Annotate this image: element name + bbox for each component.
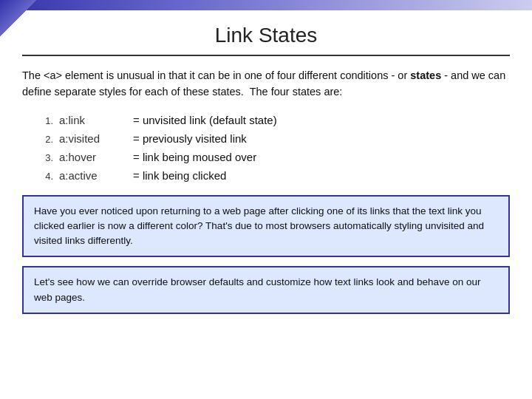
list-number-2: 2. [37,134,53,145]
list-term-4: a:active [59,169,133,182]
list-definition-3: = link being moused over [133,151,256,163]
list-item: 1. a:link = unvisited link (default stat… [37,114,510,126]
info-box-2-text: Let's see how we can override browser de… [34,276,480,302]
corner-decoration [0,0,37,37]
list-item: 3. a:hover = link being moused over [37,151,510,163]
list-item: 4. a:active = link being clicked [37,169,510,182]
top-bar [0,0,532,10]
info-box-2: Let's see how we can override browser de… [22,266,510,314]
intro-text: The <a> element is unusual in that it ca… [22,68,510,100]
list-definition-4: = link being clicked [133,169,226,182]
list-term-3: a:hover [59,151,133,163]
list-number-4: 4. [37,171,53,182]
content-area: Link States The <a> element is unusual i… [0,10,532,399]
page-title: Link States [22,24,510,47]
list-definition-2: = previously visited link [133,132,247,145]
list-term-1: a:link [59,114,133,126]
info-box-1-text: Have you ever noticed upon returning to … [34,205,484,247]
list-number-3: 3. [37,152,53,163]
info-box-1: Have you ever noticed upon returning to … [22,195,510,258]
page-wrapper: Link States The <a> element is unusual i… [0,0,532,399]
list-definition-1: = unvisited link (default state) [133,114,277,126]
states-list: 1. a:link = unvisited link (default stat… [22,114,510,182]
list-item: 2. a:visited = previously visited link [37,132,510,145]
title-divider [22,55,510,56]
list-number-1: 1. [37,115,53,126]
list-term-2: a:visited [59,132,133,145]
